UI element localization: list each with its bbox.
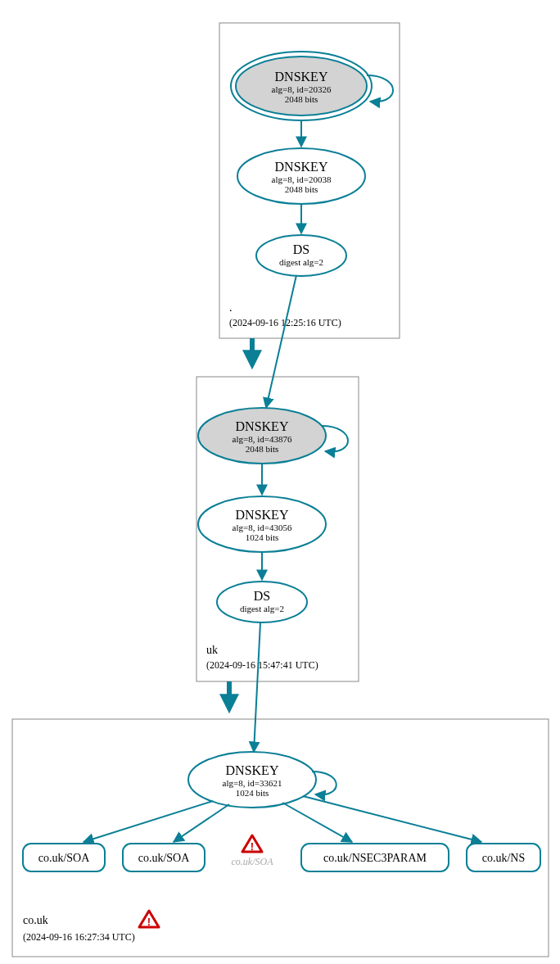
edge-ds-couk-zsk [254,622,260,752]
edge-couk-zsk-soa1 [84,801,213,842]
couk-soa-1-label: co.uk/SOA [38,852,91,864]
uk-ksk-line2: 2048 bits [246,444,279,454]
node-root-ksk: DNSKEY alg=8, id=20326 2048 bits [231,52,372,120]
edge-couk-zsk-soa2 [174,804,229,842]
root-ds-line1: digest alg=2 [279,257,323,267]
uk-zsk-title: DNSKEY [236,508,289,522]
edge-ds-uk-ksk [266,275,296,408]
warning-icon: ! [242,835,262,853]
uk-ds-line1: digest alg=2 [240,604,284,613]
node-uk-zsk: DNSKEY alg=8, id=43056 1024 bits [198,496,326,552]
uk-zsk-line1: alg=8, id=43056 [233,523,292,532]
node-couk-ns: co.uk/NS [467,844,540,871]
root-ksk-line1: alg=8, id=20326 [272,84,332,94]
node-couk-zsk: DNSKEY alg=8, id=33621 1024 bits [188,752,316,808]
node-couk-nsec3param: co.uk/NSEC3PARAM [301,844,449,871]
root-zsk-line2: 2048 bits [285,184,318,194]
zone-root-label: . [229,301,233,314]
uk-ksk-line1: alg=8, id=43876 [233,434,292,444]
node-couk-soa-2: co.uk/SOA [123,844,205,871]
edge-couk-zsk-ns [303,796,481,842]
uk-zsk-line2: 1024 bits [246,532,279,542]
root-ksk-line2: 2048 bits [285,94,318,104]
couk-soa-warn-label: co.uk/SOA [232,856,274,867]
node-uk-ds: DS digest alg=2 [217,582,307,622]
zone-couk-label: co.uk [23,914,48,926]
node-couk-soa-warn: ! co.uk/SOA [232,835,274,867]
uk-ds-title: DS [254,589,270,603]
couk-zsk-title: DNSKEY [226,763,279,777]
couk-zsk-line2: 1024 bits [236,788,269,798]
uk-ksk-title: DNSKEY [236,419,289,433]
node-couk-soa-1: co.uk/SOA [23,844,105,871]
root-ds-title: DS [293,242,309,256]
node-uk-ksk: DNSKEY alg=8, id=43876 2048 bits [198,408,326,464]
node-root-zsk: DNSKEY alg=8, id=20038 2048 bits [237,148,365,204]
edge-couk-zsk-nsec3 [282,803,352,842]
zone-couk-time: (2024-09-16 16:27:34 UTC) [23,931,135,943]
dnssec-diagram: DNSKEY alg=8, id=20326 2048 bits DNSKEY … [0,0,560,964]
zone-uk-time: (2024-09-16 15:47:41 UTC) [206,659,318,671]
couk-zsk-line1: alg=8, id=33621 [223,778,282,788]
zone-uk-label: uk [206,644,218,656]
node-root-ds: DS digest alg=2 [256,235,346,276]
root-ksk-title: DNSKEY [275,70,328,84]
couk-ns-label: co.uk/NS [482,852,526,864]
zone-couk-warning-icon: ! [139,911,159,928]
svg-text:!: ! [251,840,254,853]
couk-soa-2-label: co.uk/SOA [138,852,191,864]
root-zsk-title: DNSKEY [275,160,328,174]
root-zsk-line1: alg=8, id=20038 [272,174,332,184]
couk-nsec3-label: co.uk/NSEC3PARAM [323,852,427,864]
svg-text:!: ! [147,916,151,928]
